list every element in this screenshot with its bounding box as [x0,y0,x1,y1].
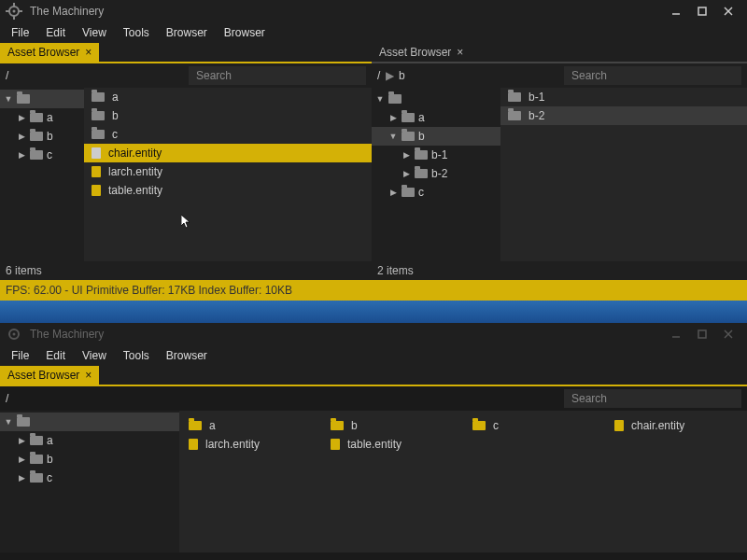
chevron-down-icon[interactable]: ▼ [4,94,13,104]
folder-icon [30,150,43,160]
close-tab-icon[interactable]: × [457,47,463,58]
tab-asset-browser[interactable]: Asset Browser × [372,43,471,62]
chevron-right-icon[interactable]: ▶ [402,169,411,178]
list-item[interactable]: a [84,88,372,106]
folder-icon [17,417,30,427]
folder-icon [30,436,43,445]
breadcrumb[interactable]: / [6,69,8,82]
menu-edit[interactable]: Edit [38,24,73,41]
tab-asset-browser[interactable]: Asset Browser × [0,43,99,62]
folder-icon [30,113,43,122]
tree-item[interactable]: ▶a [0,108,84,127]
content-pane[interactable]: b-1 b-2 [500,88,747,261]
minimize-button[interactable] [663,2,689,21]
folder-icon [415,150,428,160]
close-button[interactable] [715,325,741,343]
menu-browser[interactable]: Browser [159,347,215,364]
chevron-right-icon[interactable]: ▶ [388,188,398,197]
menu-tools[interactable]: Tools [116,347,157,364]
grid-row: a b c chair.entity [179,416,747,435]
tree-item[interactable]: ▶a [0,431,179,450]
chevron-right-icon[interactable]: ▶ [17,132,26,141]
menu-file[interactable]: File [4,24,36,41]
menubar: File Edit View Tools Browser [0,345,747,366]
list-item[interactable]: chair.entity [84,144,372,162]
file-icon [189,439,198,450]
list-item[interactable]: larch.entity [84,162,372,181]
file-icon [92,185,101,196]
menu-browser-2[interactable]: Browser [217,24,273,41]
list-item[interactable]: larch.entity [179,438,321,451]
chevron-right-icon[interactable]: ▶ [402,150,411,160]
tree-root[interactable]: ▼ [0,90,84,108]
search-input[interactable] [564,66,741,85]
chevron-right-icon: ▶ [386,69,394,82]
maximize-button[interactable] [689,325,715,343]
chevron-down-icon[interactable]: ▼ [388,132,398,141]
search-input[interactable] [189,66,366,85]
tree-item[interactable]: ▶b-1 [372,146,500,164]
titlebar[interactable]: The Machinery [0,323,747,345]
minimize-button[interactable] [663,325,689,343]
menu-tools[interactable]: Tools [116,24,157,41]
list-item[interactable]: c [84,125,372,144]
chevron-right-icon[interactable]: ▶ [17,436,26,445]
tree-root[interactable]: ▼ [0,413,179,431]
chevron-right-icon[interactable]: ▶ [17,113,26,122]
chevron-right-icon[interactable]: ▶ [17,455,26,464]
titlebar[interactable]: The Machinery [0,0,747,22]
menu-view[interactable]: View [75,24,114,41]
folder-icon [92,92,105,102]
list-item[interactable]: b-1 [500,88,747,106]
close-tab-icon[interactable]: × [85,370,92,381]
menu-browser[interactable]: Browser [159,24,215,41]
content-pane[interactable]: a b c chair.entity larch.entity table.en… [179,411,747,553]
file-icon [92,166,101,177]
list-item[interactable]: table.entity [321,438,463,451]
breadcrumb[interactable]: / [6,392,8,405]
folder-icon [508,92,521,102]
status-footer: 6 items [0,261,372,280]
app-logo-icon [6,3,22,20]
chevron-down-icon[interactable]: ▼ [4,417,13,427]
tab-asset-browser[interactable]: Asset Browser × [0,366,99,385]
close-button[interactable] [715,2,741,21]
content-pane[interactable]: a b c chair.entity larch.entity table.en… [84,88,372,261]
tree-item[interactable]: ▶c [372,183,500,202]
maximize-button[interactable] [689,2,715,21]
list-item[interactable]: a [179,419,321,432]
close-tab-icon[interactable]: × [85,47,92,58]
folder-icon [17,94,30,104]
file-icon [331,439,340,450]
folder-icon [402,113,415,122]
menu-file[interactable]: File [4,347,36,364]
breadcrumb[interactable]: / ▶ b [377,69,405,82]
chevron-right-icon[interactable]: ▶ [17,150,26,160]
list-item[interactable]: b-2 [500,106,747,125]
tree-item[interactable]: ▶b [0,450,179,469]
tree-item[interactable]: ▶b-2 [372,164,500,183]
menu-edit[interactable]: Edit [38,347,73,364]
folder-icon [415,169,428,178]
list-item[interactable]: c [463,419,605,432]
tree-item[interactable]: ▶a [372,108,500,127]
menu-view[interactable]: View [75,347,114,364]
tree-root[interactable]: ▼ [372,90,500,108]
tree-item[interactable]: ▶c [0,469,179,487]
status-footer: 2 items [372,261,747,280]
search-input[interactable] [564,389,741,408]
tree-item[interactable]: ▶c [0,146,84,164]
chevron-down-icon[interactable]: ▼ [375,94,385,104]
tree-item[interactable]: ▼b [372,127,500,146]
asset-browser-panel-right: Asset Browser × / ▶ b ▼ ▶a ▼b ▶b-1 ▶b-2 … [372,43,747,280]
chevron-right-icon[interactable]: ▶ [388,113,398,122]
app-title: The Machinery [30,328,104,341]
list-item[interactable]: b [321,419,463,432]
pathbar: / ▶ b [372,63,747,88]
chevron-right-icon[interactable]: ▶ [17,473,26,483]
tree-pane: ▼ ▶a ▼b ▶b-1 ▶b-2 ▶c [372,88,500,261]
tree-item[interactable]: ▶b [0,127,84,146]
list-item[interactable]: chair.entity [605,419,747,432]
list-item[interactable]: table.entity [84,181,372,200]
list-item[interactable]: b [84,106,372,125]
